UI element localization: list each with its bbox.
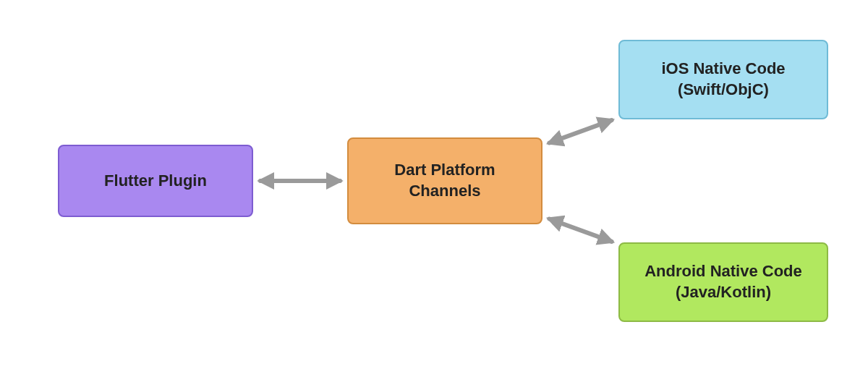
node-ios-native: iOS Native Code (Swift/ObjC): [618, 40, 828, 119]
node-dart-platform-channels: Dart Platform Channels: [347, 137, 542, 224]
node-android-native-label: Android Native Code (Java/Kotlin): [629, 261, 818, 302]
node-flutter-plugin-label: Flutter Plugin: [104, 171, 207, 192]
edge-dart_platform_channels-android_native: [549, 219, 611, 242]
node-ios-native-label: iOS Native Code (Swift/ObjC): [629, 59, 818, 100]
node-android-native: Android Native Code (Java/Kotlin): [618, 242, 828, 322]
node-dart-platform-channels-label: Dart Platform Channels: [357, 160, 532, 201]
edge-dart_platform_channels-ios_native: [549, 120, 611, 143]
node-flutter-plugin: Flutter Plugin: [58, 145, 253, 217]
